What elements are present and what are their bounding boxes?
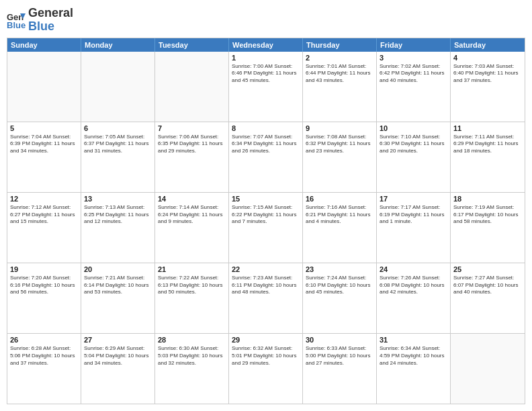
day-number: 19 xyxy=(10,265,78,273)
calendar-cell xyxy=(155,52,229,122)
day-number: 28 xyxy=(158,336,226,344)
calendar-cell: 15Sunrise: 7:15 AM Sunset: 6:22 PM Dayli… xyxy=(229,193,303,263)
day-number: 31 xyxy=(380,336,447,344)
calendar-row: 12Sunrise: 7:12 AM Sunset: 6:27 PM Dayli… xyxy=(7,192,525,263)
day-number: 10 xyxy=(380,124,447,132)
calendar-row: 19Sunrise: 7:20 AM Sunset: 6:16 PM Dayli… xyxy=(7,263,525,333)
page: Gen Blue GeneralBlue SundayMondayTuesday… xyxy=(0,0,532,411)
cell-info: Sunrise: 7:05 AM Sunset: 6:37 PM Dayligh… xyxy=(84,134,152,155)
cell-info: Sunrise: 6:34 AM Sunset: 4:59 PM Dayligh… xyxy=(380,345,447,367)
calendar-cell: 14Sunrise: 7:14 AM Sunset: 6:24 PM Dayli… xyxy=(155,193,229,263)
day-number: 27 xyxy=(84,336,152,344)
cell-info: Sunrise: 7:10 AM Sunset: 6:30 PM Dayligh… xyxy=(380,134,447,155)
calendar-cell: 11Sunrise: 7:11 AM Sunset: 6:29 PM Dayli… xyxy=(451,122,525,192)
cell-info: Sunrise: 7:19 AM Sunset: 6:17 PM Dayligh… xyxy=(453,204,522,226)
day-number: 18 xyxy=(453,195,522,203)
weekday-header: Sunday xyxy=(7,38,81,52)
day-number: 14 xyxy=(158,195,226,203)
day-number: 11 xyxy=(453,124,522,132)
cell-info: Sunrise: 7:24 AM Sunset: 6:10 PM Dayligh… xyxy=(306,275,373,296)
calendar-cell: 16Sunrise: 7:16 AM Sunset: 6:21 PM Dayli… xyxy=(303,193,377,263)
weekday-header: Monday xyxy=(81,38,155,52)
cell-info: Sunrise: 7:14 AM Sunset: 6:24 PM Dayligh… xyxy=(158,204,226,226)
calendar-cell xyxy=(81,52,155,122)
day-number: 22 xyxy=(232,265,300,273)
calendar-row: 26Sunrise: 6:28 AM Sunset: 5:06 PM Dayli… xyxy=(7,333,525,404)
weekday-header: Thursday xyxy=(303,38,377,52)
day-number: 25 xyxy=(453,265,522,273)
cell-info: Sunrise: 7:08 AM Sunset: 6:32 PM Dayligh… xyxy=(306,134,373,155)
cell-info: Sunrise: 7:15 AM Sunset: 6:22 PM Dayligh… xyxy=(232,204,300,226)
calendar-cell: 30Sunrise: 6:33 AM Sunset: 5:00 PM Dayli… xyxy=(303,334,377,404)
calendar-cell: 18Sunrise: 7:19 AM Sunset: 6:17 PM Dayli… xyxy=(451,193,525,263)
calendar-cell: 5Sunrise: 7:04 AM Sunset: 6:39 PM Daylig… xyxy=(7,122,81,192)
cell-info: Sunrise: 7:16 AM Sunset: 6:21 PM Dayligh… xyxy=(306,204,373,226)
calendar-cell: 26Sunrise: 6:28 AM Sunset: 5:06 PM Dayli… xyxy=(7,334,81,404)
weekday-header: Wednesday xyxy=(229,38,303,52)
calendar-header: SundayMondayTuesdayWednesdayThursdayFrid… xyxy=(7,38,525,52)
day-number: 23 xyxy=(306,265,373,273)
day-number: 20 xyxy=(84,265,152,273)
day-number: 30 xyxy=(306,336,373,344)
calendar-cell: 25Sunrise: 7:27 AM Sunset: 6:07 PM Dayli… xyxy=(451,263,525,333)
weekday-header: Friday xyxy=(377,38,451,52)
day-number: 7 xyxy=(158,124,226,132)
weekday-header: Tuesday xyxy=(155,38,229,52)
weekday-header: Saturday xyxy=(451,38,525,52)
cell-info: Sunrise: 7:26 AM Sunset: 6:08 PM Dayligh… xyxy=(380,275,447,296)
calendar-cell: 22Sunrise: 7:23 AM Sunset: 6:11 PM Dayli… xyxy=(229,263,303,333)
logo-icon: Gen Blue xyxy=(7,11,26,30)
calendar-cell: 13Sunrise: 7:13 AM Sunset: 6:25 PM Dayli… xyxy=(81,193,155,263)
cell-info: Sunrise: 6:29 AM Sunset: 5:04 PM Dayligh… xyxy=(84,345,152,367)
cell-info: Sunrise: 7:12 AM Sunset: 6:27 PM Dayligh… xyxy=(10,204,78,226)
calendar-cell: 21Sunrise: 7:22 AM Sunset: 6:13 PM Dayli… xyxy=(155,263,229,333)
cell-info: Sunrise: 6:33 AM Sunset: 5:00 PM Dayligh… xyxy=(306,345,373,367)
calendar-row: 1Sunrise: 7:00 AM Sunset: 6:46 PM Daylig… xyxy=(7,52,525,122)
calendar-cell xyxy=(7,52,81,122)
calendar-cell: 17Sunrise: 7:17 AM Sunset: 6:19 PM Dayli… xyxy=(377,193,451,263)
calendar-cell: 12Sunrise: 7:12 AM Sunset: 6:27 PM Dayli… xyxy=(7,193,81,263)
calendar: SundayMondayTuesdayWednesdayThursdayFrid… xyxy=(7,38,525,404)
cell-info: Sunrise: 6:30 AM Sunset: 5:03 PM Dayligh… xyxy=(158,345,226,367)
cell-info: Sunrise: 7:13 AM Sunset: 6:25 PM Dayligh… xyxy=(84,204,152,226)
calendar-cell: 9Sunrise: 7:08 AM Sunset: 6:32 PM Daylig… xyxy=(303,122,377,192)
day-number: 26 xyxy=(10,336,78,344)
day-number: 12 xyxy=(10,195,78,203)
cell-info: Sunrise: 7:22 AM Sunset: 6:13 PM Dayligh… xyxy=(158,275,226,296)
cell-info: Sunrise: 7:00 AM Sunset: 6:46 PM Dayligh… xyxy=(232,63,300,85)
cell-info: Sunrise: 7:27 AM Sunset: 6:07 PM Dayligh… xyxy=(453,275,522,296)
cell-info: Sunrise: 7:20 AM Sunset: 6:16 PM Dayligh… xyxy=(10,275,78,296)
cell-info: Sunrise: 7:23 AM Sunset: 6:11 PM Dayligh… xyxy=(232,275,300,296)
cell-info: Sunrise: 6:28 AM Sunset: 5:06 PM Dayligh… xyxy=(10,345,78,367)
day-number: 21 xyxy=(158,265,226,273)
cell-info: Sunrise: 7:07 AM Sunset: 6:34 PM Dayligh… xyxy=(232,134,300,155)
calendar-cell: 1Sunrise: 7:00 AM Sunset: 6:46 PM Daylig… xyxy=(229,52,303,122)
calendar-cell: 3Sunrise: 7:02 AM Sunset: 6:42 PM Daylig… xyxy=(377,52,451,122)
calendar-cell: 29Sunrise: 6:32 AM Sunset: 5:01 PM Dayli… xyxy=(229,334,303,404)
cell-info: Sunrise: 6:32 AM Sunset: 5:01 PM Dayligh… xyxy=(232,345,300,367)
calendar-cell: 24Sunrise: 7:26 AM Sunset: 6:08 PM Dayli… xyxy=(377,263,451,333)
cell-info: Sunrise: 7:11 AM Sunset: 6:29 PM Dayligh… xyxy=(453,134,522,155)
day-number: 6 xyxy=(84,124,152,132)
calendar-body: 1Sunrise: 7:00 AM Sunset: 6:46 PM Daylig… xyxy=(7,52,525,404)
calendar-cell: 4Sunrise: 7:03 AM Sunset: 6:40 PM Daylig… xyxy=(451,52,525,122)
day-number: 2 xyxy=(306,54,373,62)
logo: Gen Blue GeneralBlue xyxy=(7,7,73,34)
day-number: 5 xyxy=(10,124,78,132)
cell-info: Sunrise: 7:02 AM Sunset: 6:42 PM Dayligh… xyxy=(380,63,447,85)
day-number: 16 xyxy=(306,195,373,203)
day-number: 24 xyxy=(380,265,447,273)
header: Gen Blue GeneralBlue xyxy=(7,7,525,34)
day-number: 17 xyxy=(380,195,447,203)
svg-text:Blue: Blue xyxy=(7,20,26,30)
day-number: 1 xyxy=(232,54,300,62)
calendar-cell: 19Sunrise: 7:20 AM Sunset: 6:16 PM Dayli… xyxy=(7,263,81,333)
calendar-cell: 2Sunrise: 7:01 AM Sunset: 6:44 PM Daylig… xyxy=(303,52,377,122)
calendar-cell: 8Sunrise: 7:07 AM Sunset: 6:34 PM Daylig… xyxy=(229,122,303,192)
cell-info: Sunrise: 7:21 AM Sunset: 6:14 PM Dayligh… xyxy=(84,275,152,296)
day-number: 15 xyxy=(232,195,300,203)
day-number: 13 xyxy=(84,195,152,203)
day-number: 29 xyxy=(232,336,300,344)
day-number: 8 xyxy=(232,124,300,132)
cell-info: Sunrise: 7:03 AM Sunset: 6:40 PM Dayligh… xyxy=(453,63,522,85)
